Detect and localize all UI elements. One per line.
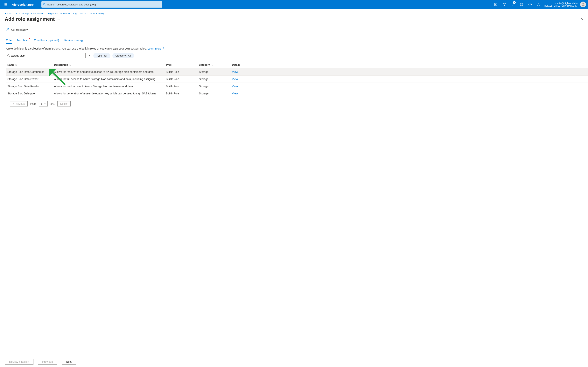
brand-label[interactable]: Microsoft Azure bbox=[10, 3, 38, 6]
type-filter-pill[interactable]: Type : All bbox=[93, 53, 111, 58]
role-category-cell: Storage bbox=[197, 75, 230, 83]
table-row[interactable]: Storage Blob Data Reader Allows for read… bbox=[6, 83, 588, 90]
breadcrumb-home[interactable]: Home bbox=[5, 12, 11, 15]
svg-rect-5 bbox=[494, 3, 497, 6]
tab-description-row: A role definition is a collection of per… bbox=[0, 44, 588, 52]
svg-point-3 bbox=[43, 3, 45, 5]
page-number-select[interactable]: 1 bbox=[39, 101, 48, 107]
breadcrumb: Home › mariahtlogs | Containers › highto… bbox=[0, 9, 588, 15]
svg-line-4 bbox=[45, 5, 45, 6]
svg-marker-7 bbox=[503, 3, 506, 6]
role-description-cell: Allows for read, write and delete access… bbox=[52, 68, 164, 75]
col-header-category[interactable]: Category↑↓ bbox=[197, 61, 230, 68]
role-description-cell: Allows for generation of a user delegati… bbox=[52, 90, 164, 97]
cloud-shell-icon[interactable] bbox=[492, 0, 500, 9]
filter-row: ✕ Type : All Category : All bbox=[0, 52, 588, 60]
tab-conditions[interactable]: Conditions (optional) bbox=[34, 39, 59, 44]
view-link[interactable]: View bbox=[232, 92, 238, 95]
notification-dot-icon bbox=[29, 38, 30, 39]
page-of-label: of 1 bbox=[50, 102, 55, 105]
svg-point-16 bbox=[8, 55, 9, 56]
role-type-cell: BuiltInRole bbox=[164, 68, 197, 75]
prev-page-button[interactable]: < Previous bbox=[10, 101, 28, 107]
feedback-link[interactable]: Got feedback? bbox=[0, 25, 588, 34]
tab-members[interactable]: Members bbox=[17, 39, 28, 44]
user-email: maria@hightouch.io bbox=[555, 2, 578, 5]
role-details-cell: View bbox=[230, 90, 588, 97]
user-directory: DEFAULT DIRECTORY (MARIAHI... bbox=[545, 5, 578, 7]
role-search-field[interactable] bbox=[11, 54, 84, 57]
hamburger-menu-icon[interactable] bbox=[2, 3, 10, 6]
role-name-cell: Storage Blob Data Owner bbox=[6, 75, 52, 83]
role-type-cell: BuiltInRole bbox=[164, 90, 197, 97]
role-category-cell: Storage bbox=[197, 68, 230, 75]
role-name-cell: Storage Blob Data Reader bbox=[6, 83, 52, 90]
sort-arrows-icon: ↑↓ bbox=[15, 64, 17, 66]
tab-bar: Role Members Conditions (optional) Revie… bbox=[0, 34, 588, 44]
avatar[interactable] bbox=[580, 1, 586, 7]
role-table: Name↑↓ Description↑↓ Type↑↓ Category↑↓ D… bbox=[6, 61, 588, 97]
table-row[interactable]: Storage Blob Data Contributor Allows for… bbox=[6, 68, 588, 75]
role-description-cell: Allows for full access to Azure Storage … bbox=[52, 75, 164, 83]
role-type-cell: BuiltInRole bbox=[164, 83, 197, 90]
pagination: < Previous Page 1 of 1 Next > bbox=[0, 97, 588, 108]
global-search-input[interactable] bbox=[42, 1, 162, 8]
col-header-name[interactable]: Name↑↓ bbox=[6, 61, 52, 68]
next-page-button[interactable]: Next > bbox=[57, 101, 71, 107]
notification-badge: 2 bbox=[513, 1, 516, 4]
top-header: Microsoft Azure 2 maria@hightouch.io DEF… bbox=[0, 0, 588, 9]
category-filter-pill[interactable]: Category : All bbox=[112, 53, 134, 58]
role-search-input[interactable] bbox=[6, 53, 85, 58]
breadcrumb-iam[interactable]: hightouch-warehouse-logs | Access Contro… bbox=[48, 12, 104, 15]
feedback-icon[interactable] bbox=[534, 0, 543, 9]
col-header-description[interactable]: Description↑↓ bbox=[52, 61, 164, 68]
role-description-cell: Allows for read access to Azure Storage … bbox=[52, 83, 164, 90]
learn-more-link[interactable]: Learn more bbox=[147, 47, 164, 50]
sort-arrows-icon: ↑↓ bbox=[69, 64, 71, 66]
col-header-type[interactable]: Type↑↓ bbox=[164, 61, 197, 68]
chevron-right-icon: › bbox=[106, 12, 106, 15]
notifications-icon[interactable]: 2 bbox=[509, 0, 517, 9]
role-category-cell: Storage bbox=[197, 83, 230, 90]
role-name-cell: Storage Blob Delegator bbox=[6, 90, 52, 97]
sort-arrows-icon: ↑↓ bbox=[211, 64, 213, 66]
role-details-cell: View bbox=[230, 68, 588, 75]
user-account-block[interactable]: maria@hightouch.io DEFAULT DIRECTORY (MA… bbox=[543, 2, 579, 7]
col-header-details[interactable]: Details bbox=[230, 61, 588, 68]
page-label: Page bbox=[30, 102, 36, 105]
global-search-field[interactable] bbox=[47, 3, 160, 6]
tab-role[interactable]: Role bbox=[6, 39, 12, 44]
view-link[interactable]: View bbox=[232, 70, 238, 74]
close-icon[interactable] bbox=[580, 17, 583, 21]
svg-point-11 bbox=[538, 3, 539, 4]
view-link[interactable]: View bbox=[232, 85, 238, 88]
more-options-icon[interactable]: ··· bbox=[57, 18, 60, 21]
role-type-cell: BuiltInRole bbox=[164, 75, 197, 83]
breadcrumb-containers[interactable]: mariahtlogs | Containers bbox=[16, 12, 43, 15]
svg-point-15 bbox=[7, 29, 8, 30]
role-details-cell: View bbox=[230, 83, 588, 90]
view-link[interactable]: View bbox=[232, 77, 238, 81]
svg-point-10 bbox=[530, 5, 530, 5]
settings-gear-icon[interactable] bbox=[517, 0, 526, 9]
chevron-right-icon: › bbox=[45, 12, 46, 15]
role-category-cell: Storage bbox=[197, 90, 230, 97]
clear-search-icon[interactable]: ✕ bbox=[87, 54, 91, 57]
role-name-cell: Storage Blob Data Contributor bbox=[6, 68, 52, 75]
chevron-right-icon: › bbox=[13, 12, 14, 15]
tab-review-assign[interactable]: Review + assign bbox=[64, 39, 84, 44]
svg-point-12 bbox=[582, 3, 584, 4]
svg-line-17 bbox=[9, 56, 10, 57]
help-icon[interactable] bbox=[526, 0, 534, 9]
sort-arrows-icon: ↑↓ bbox=[172, 64, 174, 66]
svg-point-8 bbox=[521, 4, 522, 5]
table-row[interactable]: Storage Blob Delegator Allows for genera… bbox=[6, 90, 588, 97]
table-row[interactable]: Storage Blob Data Owner Allows for full … bbox=[6, 75, 588, 83]
feedback-label: Got feedback? bbox=[11, 28, 28, 31]
role-details-cell: View bbox=[230, 75, 588, 83]
directory-filter-icon[interactable] bbox=[500, 0, 509, 9]
tab-description: A role definition is a collection of per… bbox=[6, 47, 147, 50]
page-title: Add role assignment bbox=[5, 16, 55, 22]
